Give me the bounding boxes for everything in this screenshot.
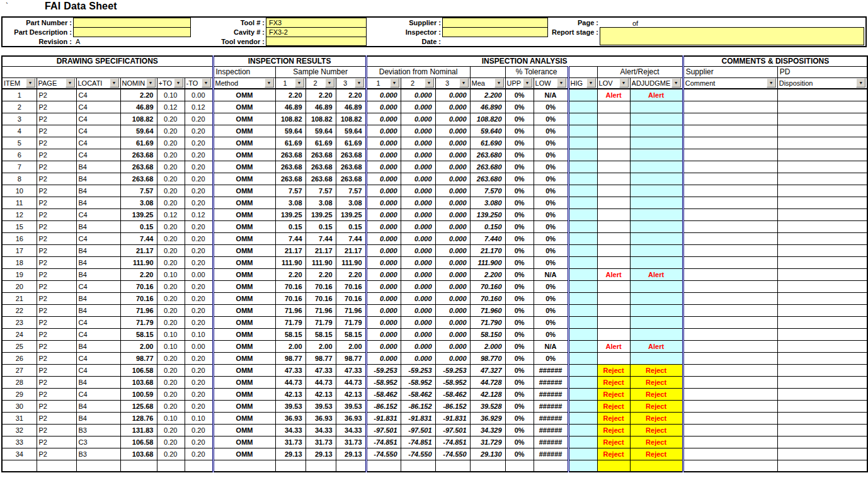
cell-s3[interactable]: 7.57 — [336, 185, 366, 197]
cell-adj[interactable]: Reject — [630, 436, 683, 448]
cell-item[interactable]: 21 — [2, 292, 37, 304]
cell-disposition[interactable] — [777, 292, 867, 304]
cell-up[interactable]: 0% — [505, 197, 534, 208]
filter-dropdown-button[interactable]: ▼ — [494, 78, 504, 88]
cell-lowpct[interactable]: 0% — [534, 125, 568, 137]
cell-comment[interactable] — [683, 292, 777, 304]
filter-dropdown-button[interactable]: ▼ — [174, 78, 183, 88]
cell-mean[interactable]: 36.929 — [470, 412, 505, 424]
cell-pt[interactable]: 0.20 — [157, 161, 185, 173]
cell-s1[interactable]: 2.20 — [275, 89, 306, 101]
cell-d2[interactable]: 0.000 — [401, 256, 435, 268]
cell-item[interactable]: 34 — [2, 448, 37, 460]
cell-page[interactable]: P2 — [37, 436, 76, 448]
cell-s1[interactable]: 2.00 — [275, 340, 306, 352]
cell-d3[interactable]: 0.000 — [435, 352, 470, 364]
cell-high[interactable] — [568, 448, 597, 460]
cell-alow[interactable] — [597, 208, 630, 220]
cell-s2[interactable]: 108.82 — [306, 113, 336, 125]
cell-adj[interactable]: Reject — [630, 448, 683, 460]
cell-d3[interactable]: 0.000 — [435, 125, 470, 137]
cell-s3[interactable]: 44.73 — [336, 376, 366, 388]
cell-s3[interactable]: 31.73 — [336, 436, 366, 448]
cell-nt[interactable]: 0.20 — [185, 220, 213, 232]
cell-nt[interactable]: 0.00 — [185, 89, 213, 101]
cell-d1[interactable]: 0.000 — [366, 89, 401, 101]
cell-comment[interactable] — [683, 280, 777, 292]
cell-s1[interactable]: 42.13 — [275, 388, 306, 400]
cell-alow[interactable]: Reject — [597, 400, 630, 412]
cell-up[interactable]: 0% — [505, 328, 534, 340]
cell-s3[interactable]: 61.69 — [336, 137, 366, 149]
cell-nom[interactable]: 108.82 — [120, 113, 157, 125]
cell-disposition[interactable] — [777, 412, 867, 424]
cell-loc[interactable]: B3 — [76, 424, 120, 436]
cell-d3[interactable]: 0.000 — [435, 197, 470, 208]
cell-mean[interactable]: 98.770 — [470, 352, 505, 364]
cell-adj[interactable] — [630, 352, 683, 364]
cell-nom[interactable]: 7.44 — [120, 232, 157, 244]
cell-s2[interactable]: 0.15 — [306, 220, 336, 232]
cell-comment[interactable] — [683, 89, 777, 101]
cell-nom[interactable]: 263.68 — [120, 149, 157, 161]
cell-loc[interactable]: B4 — [76, 400, 120, 412]
cell-up[interactable]: 0% — [505, 244, 534, 256]
cell-m[interactable]: OMM — [213, 388, 275, 400]
cell-disposition[interactable] — [777, 185, 867, 197]
cell-s2[interactable]: 59.64 — [306, 125, 336, 137]
cell-s1[interactable]: 47.33 — [275, 364, 306, 376]
cell-d3[interactable]: 0.000 — [435, 173, 470, 185]
cell-nom[interactable]: 7.57 — [120, 185, 157, 197]
cell-lowpct[interactable]: ###### — [534, 436, 568, 448]
cell-nom[interactable]: 71.96 — [120, 304, 157, 316]
cell-comment[interactable] — [683, 352, 777, 364]
cell-page[interactable]: P2 — [37, 220, 76, 232]
cell-s1[interactable]: 111.90 — [275, 256, 306, 268]
cell-high[interactable] — [568, 101, 597, 113]
cell-page[interactable]: P2 — [37, 388, 76, 400]
cell-d3[interactable]: -91.831 — [435, 412, 470, 424]
cell-pt[interactable]: 0.20 — [157, 173, 185, 185]
cell-disposition[interactable] — [777, 364, 867, 376]
cell-d1[interactable]: -86.152 — [366, 400, 401, 412]
cell-item[interactable]: 22 — [2, 304, 37, 316]
cell-up[interactable]: 0% — [505, 173, 534, 185]
cell-d1[interactable]: 0.000 — [366, 256, 401, 268]
cell-comment[interactable] — [683, 436, 777, 448]
cell-d2[interactable]: 0.000 — [401, 280, 435, 292]
cell-loc[interactable]: B4 — [76, 161, 120, 173]
cell-d3[interactable]: 0.000 — [435, 137, 470, 149]
cell-pt[interactable]: 0.10 — [157, 412, 185, 424]
cell-adj[interactable]: Alert — [630, 89, 683, 101]
cell-comment[interactable] — [683, 268, 777, 280]
cell-comment[interactable] — [683, 149, 777, 161]
cell-page[interactable]: P2 — [37, 173, 76, 185]
cell-item[interactable]: 33 — [2, 436, 37, 448]
cell-loc[interactable]: B4 — [76, 244, 120, 256]
cell-adj[interactable] — [630, 460, 683, 472]
cell-nt[interactable]: 0.20 — [185, 400, 213, 412]
cell-high[interactable] — [568, 113, 597, 125]
cell-s3[interactable]: 58.15 — [336, 328, 366, 340]
tool-number-input[interactable]: FX3 — [266, 18, 367, 28]
cell-adj[interactable] — [630, 197, 683, 208]
cell-loc[interactable]: B4 — [76, 268, 120, 280]
cell-page[interactable]: P2 — [37, 113, 76, 125]
cell-s1[interactable]: 7.57 — [275, 185, 306, 197]
cell-s2[interactable]: 70.16 — [306, 280, 336, 292]
cell-page[interactable]: P2 — [37, 101, 76, 113]
cell-comment[interactable] — [683, 208, 777, 220]
cell-m[interactable]: OMM — [213, 280, 275, 292]
cell-lowpct[interactable]: 0% — [534, 280, 568, 292]
cell-pt[interactable]: 0.20 — [157, 352, 185, 364]
cell-alow[interactable] — [597, 352, 630, 364]
cell-page[interactable]: P2 — [37, 256, 76, 268]
cell-disposition[interactable] — [777, 376, 867, 388]
cell-mean[interactable]: 2.200 — [470, 268, 505, 280]
cell-d2[interactable]: 0.000 — [401, 185, 435, 197]
cell-nt[interactable]: 0.20 — [185, 161, 213, 173]
cell-d2[interactable]: 0.000 — [401, 220, 435, 232]
cell-loc[interactable]: B4 — [76, 185, 120, 197]
cell-mean[interactable]: 263.680 — [470, 149, 505, 161]
cell-alow[interactable] — [597, 101, 630, 113]
